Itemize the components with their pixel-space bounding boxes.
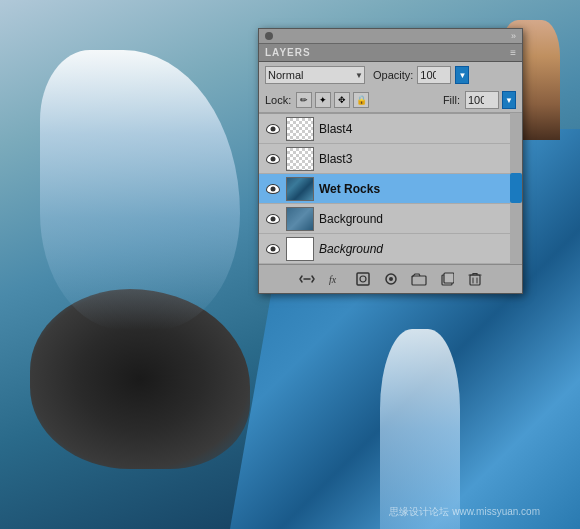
eye-icon <box>266 244 280 254</box>
add-fill-button[interactable] <box>381 270 401 288</box>
panel-header: LAYERS ≡ <box>259 44 522 62</box>
eye-icon <box>266 154 280 164</box>
layer-visibility-blast3[interactable] <box>263 149 283 169</box>
svg-point-2 <box>360 276 366 282</box>
svg-rect-7 <box>444 273 454 283</box>
fill-input[interactable] <box>465 91 499 109</box>
new-layer-button[interactable] <box>437 270 457 288</box>
svg-rect-5 <box>412 276 426 285</box>
panel-menu-button[interactable]: ≡ <box>510 47 516 58</box>
waterfall-element <box>380 329 460 529</box>
panel-top-bar: » <box>259 29 522 44</box>
layer-name-blast3: Blast3 <box>319 152 518 166</box>
blend-mode-select[interactable]: Normal <box>265 66 365 84</box>
thumb-image-wet-rocks <box>287 178 313 200</box>
lock-all-icon[interactable]: 🔒 <box>353 92 369 108</box>
svg-rect-8 <box>470 275 480 285</box>
layer-thumbnail-wet-rocks <box>286 177 314 201</box>
layer-row-active[interactable]: Wet Rocks <box>259 174 522 204</box>
opacity-arrow-icon[interactable]: ▼ <box>455 66 469 84</box>
fill-arrow-icon[interactable]: ▼ <box>502 91 516 109</box>
scroll-thumb[interactable] <box>510 173 522 203</box>
layers-list: Blast4 Blast3 Wet Rocks <box>259 113 522 264</box>
layer-name-wet-rocks: Wet Rocks <box>319 182 518 196</box>
layers-panel: » LAYERS ≡ Normal ▼ Opacity: ▼ Lock: ✏ ✦… <box>258 28 523 294</box>
panel-dot <box>265 32 273 40</box>
thumb-checkerboard-blast4 <box>287 118 313 140</box>
eye-icon <box>266 214 280 224</box>
fill-label: Fill: <box>443 94 460 106</box>
layer-name-blast4: Blast4 <box>319 122 518 136</box>
delete-layer-button[interactable] <box>465 270 485 288</box>
add-mask-button[interactable] <box>353 270 373 288</box>
layer-visibility-background-layer[interactable] <box>263 239 283 259</box>
svg-text:fx: fx <box>329 274 337 285</box>
lock-position-icon[interactable]: ✦ <box>315 92 331 108</box>
thumb-white-background <box>287 238 313 260</box>
layer-row[interactable]: Background <box>259 204 522 234</box>
lock-transform-icon[interactable]: ✥ <box>334 92 350 108</box>
eye-icon <box>266 184 280 194</box>
blend-opacity-row: Normal ▼ Opacity: ▼ <box>259 62 522 88</box>
layer-visibility-wet-rocks[interactable] <box>263 179 283 199</box>
link-layers-button[interactable] <box>297 270 317 288</box>
lock-fill-row: Lock: ✏ ✦ ✥ 🔒 Fill: ▼ <box>259 88 522 113</box>
opacity-label: Opacity: <box>373 69 413 81</box>
layer-thumbnail-blast3 <box>286 147 314 171</box>
lock-label: Lock: <box>265 94 291 106</box>
eye-icon <box>266 124 280 134</box>
layer-thumbnail-background-layer <box>286 237 314 261</box>
layer-row[interactable]: Blast4 <box>259 114 522 144</box>
new-group-button[interactable] <box>409 270 429 288</box>
svg-point-4 <box>389 277 393 281</box>
collapse-arrows-icon[interactable]: » <box>511 31 516 41</box>
layer-visibility-blast4[interactable] <box>263 119 283 139</box>
layer-name-background-photo: Background <box>319 212 518 226</box>
blend-mode-wrapper[interactable]: Normal ▼ <box>265 66 365 84</box>
layer-thumbnail-blast4 <box>286 117 314 141</box>
opacity-input[interactable] <box>417 66 451 84</box>
thumb-checkerboard-blast3 <box>287 148 313 170</box>
lock-pixels-icon[interactable]: ✏ <box>296 92 312 108</box>
bottom-toolbar: fx <box>259 264 522 293</box>
layer-row[interactable]: Background <box>259 234 522 264</box>
panel-title: LAYERS <box>265 47 311 58</box>
layer-visibility-background-photo[interactable] <box>263 209 283 229</box>
layers-list-container: Blast4 Blast3 Wet Rocks <box>259 113 522 264</box>
fx-button[interactable]: fx <box>325 270 345 288</box>
layer-row[interactable]: Blast3 <box>259 144 522 174</box>
layer-thumbnail-background-photo <box>286 207 314 231</box>
thumb-image-background <box>287 208 313 230</box>
layers-scrollbar[interactable] <box>510 113 522 264</box>
svg-rect-1 <box>357 273 369 285</box>
layer-name-background-layer: Background <box>319 242 518 256</box>
wave-element <box>40 50 240 330</box>
